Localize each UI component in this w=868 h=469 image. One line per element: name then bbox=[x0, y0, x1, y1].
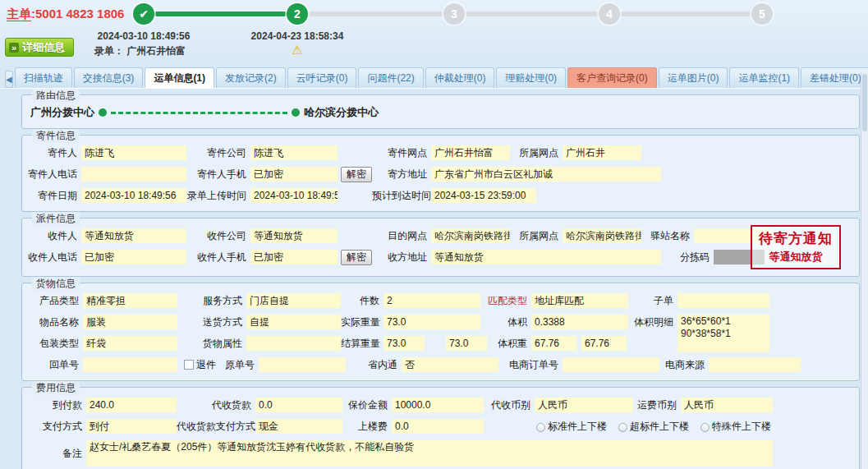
actual-weight-input[interactable]: 73.0 bbox=[383, 315, 480, 329]
cod-pay-method-label: 代收货款支付方式 bbox=[177, 419, 255, 434]
sender-address-label: 寄方地址 bbox=[372, 167, 431, 182]
service-mode-label: 服务方式 bbox=[177, 293, 246, 308]
tab-cloudcall-record[interactable]: 云呼记录(0) bbox=[287, 67, 357, 88]
receiver-company-label: 收件公司 bbox=[186, 228, 250, 243]
receiver-mobile-input[interactable]: 已加密 bbox=[250, 250, 338, 264]
chevron-left-icon[interactable]: ◀ bbox=[5, 71, 13, 88]
original-no-input[interactable] bbox=[259, 357, 346, 372]
sender-person-label: 寄件人 bbox=[27, 145, 81, 160]
match-type-input[interactable]: 地址库匹配 bbox=[531, 293, 628, 308]
receiver-address-input[interactable]: 等通知放货 bbox=[431, 250, 661, 264]
scrollbar-thumb[interactable] bbox=[862, 74, 867, 131]
step2-circle: 2 bbox=[287, 3, 308, 25]
sender-company-input[interactable]: 陈进飞 bbox=[250, 145, 338, 160]
receiver-decrypt-button[interactable]: 解密 bbox=[341, 250, 372, 265]
vertical-scrollbar[interactable] bbox=[861, 72, 868, 469]
cod-input[interactable]: 0.0 bbox=[255, 398, 342, 412]
tab-error-handling[interactable]: 差错处理(0) bbox=[801, 67, 868, 88]
volume-weight-input-2[interactable]: 67.76 bbox=[581, 336, 627, 351]
volume-weight-input-1[interactable]: 67.76 bbox=[531, 336, 576, 351]
pay-method-input[interactable]: 到付 bbox=[86, 419, 177, 434]
sender-decrypt-button[interactable]: 解密 bbox=[341, 167, 372, 182]
receiver-company-input[interactable]: 等通知放货 bbox=[250, 228, 338, 243]
route-dest-dot-icon bbox=[292, 108, 300, 117]
ecommerce-source-input[interactable] bbox=[709, 357, 801, 372]
oversize-upstairs-label: 超标件上下楼 bbox=[630, 419, 689, 434]
detail-info-button[interactable]: »详细信息 bbox=[5, 38, 74, 57]
in-province-input[interactable]: 否 bbox=[402, 357, 498, 372]
cargo-attr-input[interactable] bbox=[246, 336, 341, 351]
to-pay-label: 到付款 bbox=[27, 398, 86, 412]
package-type-label: 包装类型 bbox=[27, 336, 83, 351]
receiver-phone-label: 收件人电话 bbox=[27, 250, 81, 264]
tab-waybill-images[interactable]: 运单图片(0) bbox=[659, 67, 728, 88]
section-sender-title: 寄件信息 bbox=[32, 129, 80, 143]
volume-detail-input[interactable]: 36*65*60*1 90*38*58*1 bbox=[677, 315, 769, 352]
sender-address-input[interactable]: 广东省广州市白云区礼加诚 bbox=[431, 167, 661, 182]
oversize-upstairs-radio[interactable] bbox=[618, 423, 627, 432]
route-dashed-line bbox=[111, 112, 287, 114]
special-upstairs-radio[interactable] bbox=[700, 423, 710, 432]
tab-waybill-monitor[interactable]: 运单监控(1) bbox=[729, 67, 799, 88]
receiver-owner-branch-input[interactable]: 哈尔滨南岗铁路街 bbox=[563, 228, 641, 243]
settle-weight-input-2[interactable]: 73.0 bbox=[446, 336, 487, 351]
section-route-title: 路由信息 bbox=[32, 89, 80, 103]
pieces-input[interactable]: 2 bbox=[383, 293, 480, 308]
ecommerce-order-input[interactable] bbox=[563, 357, 659, 372]
sender-company-label: 寄件公司 bbox=[186, 145, 250, 160]
master-number: :5001 4823 1806 bbox=[31, 7, 124, 21]
sender-phone-input[interactable] bbox=[81, 167, 186, 182]
in-province-label: 省内通 bbox=[346, 357, 402, 372]
route-to: 哈尔滨分拨中心 bbox=[304, 105, 379, 120]
tab-handover-info[interactable]: 交接信息(3) bbox=[74, 67, 144, 88]
tab-waybill-info[interactable]: 运单信息(1) bbox=[145, 67, 214, 88]
tab-arbitration[interactable]: 仲裁处理(0) bbox=[425, 67, 495, 88]
item-name-input[interactable]: 服装 bbox=[83, 315, 177, 329]
receipt-no-label: 回单号 bbox=[27, 357, 83, 372]
sender-person-input[interactable]: 陈进飞 bbox=[81, 145, 186, 160]
return-checkbox[interactable] bbox=[184, 360, 194, 370]
receiver-person-input[interactable]: 等通知放货 bbox=[81, 228, 186, 243]
tab-release-record[interactable]: 发放记录(2) bbox=[216, 67, 286, 88]
master-label: 主单 bbox=[7, 7, 31, 21]
volume-input[interactable]: 0.3388 bbox=[531, 315, 628, 329]
section-fees-title: 费用信息 bbox=[32, 381, 80, 395]
section-delivery-info: 派件信息 待寄方通知 等通知放货 收件人 等通知放货 收件公司 等通知放货 目的… bbox=[21, 218, 860, 277]
station-name-label: 驿站名称 bbox=[641, 228, 694, 243]
freight-currency-input[interactable]: 人民币 bbox=[681, 398, 773, 412]
sender-date-input[interactable]: 2024-03-10 18:49:56 bbox=[81, 188, 186, 203]
eta-input[interactable]: 2024-03-15 23:59:00 bbox=[431, 188, 536, 203]
sub-waybill-input[interactable] bbox=[677, 293, 769, 308]
to-pay-input[interactable]: 240.0 bbox=[86, 398, 177, 412]
cod-pay-method-input[interactable]: 现金 bbox=[255, 419, 342, 434]
product-type-input[interactable]: 精准零担 bbox=[83, 293, 177, 308]
section-goods-title: 货物信息 bbox=[32, 277, 80, 291]
receipt-no-input[interactable] bbox=[83, 357, 177, 372]
tab-scan-track[interactable]: 扫描轨迹 bbox=[15, 67, 72, 88]
settle-weight-input-1[interactable]: 73.0 bbox=[383, 336, 425, 351]
route-from: 广州分拨中心 bbox=[30, 105, 94, 120]
package-type-input[interactable]: 纤袋 bbox=[83, 336, 177, 351]
remark-input[interactable]: 赵女士/礼桑艺春夏（205件）等通知放货沈玉婷有代收货款，不能私自验货 bbox=[86, 440, 773, 467]
dest-branch-input[interactable]: 哈尔滨南岗铁路街 bbox=[431, 228, 510, 243]
standard-upstairs-radio[interactable] bbox=[536, 423, 545, 432]
special-upstairs-label: 特殊件上下楼 bbox=[712, 419, 771, 434]
sender-mobile-input[interactable]: 已加密 bbox=[250, 167, 338, 182]
upload-time-label: 录单上传时间 bbox=[186, 188, 250, 203]
sender-owner-branch-input[interactable]: 广州石井 bbox=[563, 145, 641, 160]
service-mode-input[interactable]: 门店自提 bbox=[246, 293, 341, 308]
actual-weight-label: 实际重量 bbox=[341, 315, 383, 329]
upstairs-fee-input[interactable]: 0.0 bbox=[392, 419, 484, 434]
tab-claims[interactable]: 理赔处理(0) bbox=[496, 67, 566, 88]
section-goods-info: 货物信息 产品类型 精准零担 服务方式 门店自提 件数 2 匹配类型 地址库匹配… bbox=[21, 283, 860, 381]
tab-customer-query-record[interactable]: 客户查询记录(0) bbox=[567, 67, 657, 88]
header: 主单:5001 4823 1806 »详细信息 ✔ 2 3 4 5 2024-0… bbox=[0, 0, 868, 66]
cod-currency-input[interactable]: 人民币 bbox=[535, 398, 633, 412]
tab-problem-pieces[interactable]: 问题件(22) bbox=[358, 67, 423, 88]
upload-time-input[interactable]: 2024-03-10 18:49:58 bbox=[250, 188, 338, 203]
sender-branch-input[interactable]: 广州石井怡富 bbox=[431, 145, 510, 160]
delivery-mode-input[interactable]: 自提 bbox=[246, 315, 341, 329]
receiver-phone-input[interactable]: 已加密 bbox=[81, 250, 186, 264]
insured-amount-input[interactable]: 10000.0 bbox=[392, 398, 484, 412]
tab-bar: ◀ 扫描轨迹 交接信息(3) 运单信息(1) 发放记录(2) 云呼记录(0) 问… bbox=[0, 67, 868, 89]
